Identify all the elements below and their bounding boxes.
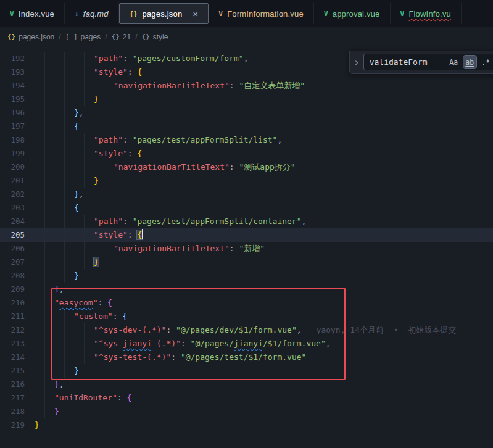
code-token: } [74, 271, 79, 280]
code-token: } [54, 407, 59, 416]
line-number[interactable]: 209 [0, 283, 35, 296]
line-number[interactable]: 194 [0, 79, 35, 93]
tab-pages.json[interactable]: {}pages.json× [119, 3, 209, 24]
match-case-toggle[interactable]: Aa [447, 56, 460, 68]
line-number[interactable]: 217 [0, 391, 35, 405]
code-token: "path" [94, 217, 123, 226]
line-number[interactable]: 195 [0, 93, 35, 106]
code-line[interactable]: 196}, [0, 106, 493, 120]
line-number[interactable]: 202 [0, 188, 35, 201]
code-line[interactable]: 209], [0, 283, 493, 296]
breadcrumb-separator: / [105, 33, 107, 41]
code-token: , [59, 284, 64, 294]
code-token: } [94, 176, 99, 185]
code-line[interactable]: 204"path": "pages/test/appFormSplit/cont… [0, 215, 493, 228]
whole-word-toggle[interactable]: ab [463, 56, 476, 68]
code-token: easycom [59, 298, 93, 307]
line-number[interactable]: 213 [0, 337, 35, 351]
toggle-replace-chevron-icon[interactable]: › [355, 57, 358, 67]
code-token: "custom" [74, 312, 113, 321]
code-token: : [181, 339, 191, 348]
code-line[interactable]: 213"^sys-jianyi-(.*)": "@/pages/jianyi/$… [0, 337, 493, 351]
breadcrumb-item-pages.json[interactable]: {}pages.json [7, 33, 54, 41]
line-number[interactable]: 192 [0, 52, 35, 65]
tab-Index.vue[interactable]: VIndex.vue [0, 3, 65, 24]
code-line-content: "style": { [35, 147, 493, 160]
code-token: "pages/test/appFormSplit/list" [133, 135, 278, 144]
line-number[interactable]: 214 [0, 351, 35, 364]
line-number[interactable]: 196 [0, 106, 35, 120]
code-line[interactable]: 210"easycom": { [0, 296, 493, 310]
line-number[interactable]: 216 [0, 378, 35, 391]
line-number[interactable]: 203 [0, 201, 35, 215]
line-number[interactable]: 197 [0, 120, 35, 133]
close-tab-icon[interactable]: × [193, 9, 198, 19]
code-line[interactable]: 211"custom": { [0, 310, 493, 323]
line-number[interactable]: 215 [0, 364, 35, 378]
code-token: : [117, 393, 127, 402]
code-token: "path" [94, 135, 123, 144]
line-number[interactable]: 208 [0, 269, 35, 283]
code-line[interactable]: 201} [0, 174, 493, 188]
code-line-content: "^sys-jianyi-(.*)": "@/pages/jianyi/$1/f… [35, 337, 493, 351]
code-token: ] [54, 284, 59, 294]
find-input[interactable]: validateForm Aaab.* [363, 54, 493, 70]
line-number[interactable]: 200 [0, 160, 35, 174]
code-line[interactable]: 195} [0, 93, 493, 106]
text-cursor [142, 229, 143, 239]
code-line[interactable]: 215} [0, 364, 493, 378]
line-number[interactable]: 205 [0, 228, 35, 242]
line-number[interactable]: 211 [0, 310, 35, 323]
code-line-content: }, [35, 188, 493, 201]
tab-faq.md[interactable]: ↓faq.md [65, 3, 119, 24]
tab-FormInformation.vue[interactable]: VFormInformation.vue [209, 3, 314, 24]
tab-approval.vue[interactable]: Vapproval.vue [314, 3, 391, 24]
line-number[interactable]: 218 [0, 405, 35, 418]
tab-FlowInfo.vu[interactable]: VFlowInfo.vu [391, 3, 462, 24]
code-line[interactable]: 219} [0, 418, 493, 432]
code-line[interactable]: 197{ [0, 120, 493, 133]
code-line[interactable]: 216}, [0, 378, 493, 391]
code-token: "uniIdRouter" [54, 393, 117, 402]
line-number[interactable]: 212 [0, 323, 35, 337]
code-token: "测试app拆分" [239, 162, 296, 172]
code-line[interactable]: 206"navigationBarTitleText": "新增" [0, 242, 493, 255]
code-line[interactable]: 203{ [0, 201, 493, 215]
code-line[interactable]: 218} [0, 405, 493, 418]
line-number[interactable]: 206 [0, 242, 35, 255]
code-editor[interactable]: 192"path": "pages/customForm/form",193"s… [0, 47, 493, 448]
editor-tab-bar: VIndex.vue↓faq.md{}pages.json×VFormInfor… [0, 0, 493, 27]
line-number[interactable]: 207 [0, 255, 35, 269]
code-line[interactable]: 207} [0, 255, 493, 269]
code-line[interactable]: 202}, [0, 188, 493, 201]
code-line-content: "uniIdRouter": { [35, 391, 493, 405]
code-line[interactable]: 194"navigationBarTitleText": "自定义表单新增" [0, 79, 493, 93]
code-token: { [74, 122, 79, 131]
code-line-content: "^sys-test-(.*)": "@/pages/test/$1/form.… [35, 351, 493, 364]
regex-toggle[interactable]: .* [479, 56, 492, 68]
line-number[interactable]: 199 [0, 147, 35, 160]
code-line[interactable]: 198"path": "pages/test/appFormSplit/list… [0, 133, 493, 147]
code-token: "pages/test/appFormSplit/container" [133, 217, 302, 226]
code-line[interactable]: 199"style": { [0, 147, 493, 160]
line-number[interactable]: 210 [0, 296, 35, 310]
breadcrumb-item-21[interactable]: {}21 [112, 33, 131, 41]
code-token: , [79, 189, 84, 199]
line-number[interactable]: 198 [0, 133, 35, 147]
code-token: jianyi [234, 339, 263, 348]
code-line[interactable]: 200"navigationBarTitleText": "测试app拆分" [0, 160, 493, 174]
code-line[interactable]: 212"^sys-dev-(.*)": "@/pages/dev/$1/form… [0, 323, 493, 337]
code-line[interactable]: 217"uniIdRouter": { [0, 391, 493, 405]
code-line[interactable]: 208} [0, 269, 493, 283]
line-number[interactable]: 201 [0, 174, 35, 188]
breadcrumb-item-pages[interactable]: [ ]pages [65, 33, 101, 41]
line-number[interactable]: 193 [0, 65, 35, 79]
code-line-content: } [35, 418, 493, 432]
code-line[interactable]: 205"style": { [0, 228, 493, 242]
line-number[interactable]: 204 [0, 215, 35, 228]
breadcrumb-item-style[interactable]: {}style [142, 33, 168, 41]
markdown-icon: ↓ [75, 10, 79, 18]
line-number[interactable]: 219 [0, 418, 35, 432]
code-line[interactable]: 214"^sys-test-(.*)": "@/pages/test/$1/fo… [0, 351, 493, 364]
code-token: " [54, 298, 59, 307]
